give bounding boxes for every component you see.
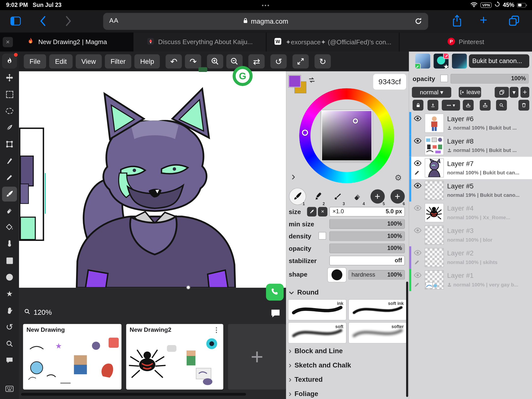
section-sketch-and-chalk[interactable]: ›Sketch and Chalk [289, 361, 351, 369]
smudge-tool-button[interactable] [2, 236, 17, 251]
size-brush-toggle[interactable] [307, 207, 317, 216]
address-bar[interactable]: AA magma.com [103, 13, 428, 30]
visibility-eye-icon[interactable] [413, 250, 422, 257]
project-card[interactable]: New Drawing ★ [23, 324, 121, 390]
round-section-header[interactable]: Round [289, 288, 319, 296]
tab-exorspace[interactable]: W ✦exorspace✦ (@OfficialFed)'s con... [266, 33, 399, 51]
visibility-eye-icon[interactable] [413, 138, 422, 145]
fullscreen-button[interactable] [293, 54, 309, 68]
quill-select-button[interactable] [2, 120, 17, 135]
zoom-indicator[interactable]: 120% [24, 308, 52, 316]
hue-cursor[interactable] [302, 130, 308, 136]
color-wheel[interactable] [299, 88, 394, 183]
layer-row[interactable]: Layer #8 normal 100% | Bukit but ... [409, 134, 532, 157]
new-tab-button[interactable]: + [480, 13, 487, 27]
pencil-tool-button[interactable] [2, 170, 17, 185]
opacity-slider[interactable]: 100% [330, 244, 405, 253]
hex-color-input[interactable]: 9343cf [373, 74, 406, 89]
eraser-slot-4[interactable]: 4 [348, 187, 366, 206]
magma-logo[interactable] [2, 54, 17, 69]
section-block-and-line[interactable]: ›Block and Line [289, 347, 343, 355]
knife-tool-button[interactable] [2, 153, 17, 168]
reload-button[interactable] [414, 17, 423, 27]
horizontal-scrollbar[interactable] [21, 393, 246, 396]
tab-kaiju[interactable]: Discuss Everything About Kaiju... [133, 33, 266, 51]
collapse-panel-chevron[interactable]: › [291, 170, 295, 182]
layer-row[interactable]: Layer #4 normal 100% | Xx_Rome... [409, 201, 532, 224]
swap-colors-icon[interactable] [308, 76, 316, 86]
leave-button[interactable]: leave [459, 87, 481, 98]
visibility-eye-icon[interactable] [413, 183, 422, 190]
layer-row[interactable]: Layer #2 normal 100% | skihts [409, 246, 532, 269]
help-menu-button[interactable]: Help [134, 54, 160, 68]
layer-opacity-slider[interactable]: 100% [450, 74, 529, 83]
active-layer-name[interactable]: Bukit but canon... [469, 54, 529, 68]
edit-menu-button[interactable]: Edit [49, 54, 72, 68]
layer-row[interactable]: Layer #3 normal 100% | blor [409, 224, 532, 246]
density-swatch[interactable] [319, 232, 326, 239]
transform-tool-button[interactable] [2, 137, 17, 152]
file-menu-button[interactable]: File [24, 54, 46, 68]
visibility-eye-icon[interactable] [413, 227, 422, 235]
project-menu-icon[interactable]: ⋮ [213, 326, 220, 334]
project-card-active[interactable]: New Drawing2 ⋮ [126, 324, 223, 390]
forward-button[interactable] [65, 16, 72, 28]
shape-preview[interactable] [327, 267, 346, 283]
color-settings-gear-icon[interactable]: ⚙ [395, 173, 402, 183]
new-project-button[interactable]: + [228, 324, 286, 390]
vertical-scrollbar[interactable] [406, 282, 408, 397]
add-brush-slot-5[interactable]: +5 [368, 187, 386, 206]
undo-button[interactable]: ↶ [166, 54, 182, 68]
rotate-canvas-button[interactable]: ↺ [2, 320, 17, 335]
layer-row[interactable]: Layer #6 normal 100% | Bukit but ... [409, 112, 532, 134]
duplicate-options-caret[interactable]: ▾ [510, 87, 518, 98]
sv-cursor[interactable] [353, 118, 358, 124]
eraser-tool-button[interactable] [2, 203, 17, 218]
import-layer-button[interactable] [463, 100, 474, 111]
square-shape-button[interactable] [2, 253, 17, 268]
delete-layer-button[interactable] [518, 100, 529, 111]
sidebar-toggle-button[interactable] [10, 16, 21, 27]
active-layer-thumbnail[interactable] [452, 54, 467, 69]
preset-soft-ink[interactable]: soft ink [349, 299, 407, 320]
lock-layer-button[interactable] [413, 100, 423, 111]
tabs-overview-icon[interactable] [508, 15, 520, 28]
circle-shape-button[interactable] [2, 270, 17, 285]
zoom-in-button[interactable] [207, 54, 223, 68]
layer-row[interactable]: Layer #1 normal 100% | very gay b... [409, 269, 532, 291]
canvas-top-handle[interactable] [199, 67, 207, 72]
export-layer-button[interactable] [480, 100, 491, 111]
chat-bubble-button[interactable] [270, 309, 281, 320]
section-textured[interactable]: ›Textured [289, 375, 323, 383]
preset-soft[interactable]: soft [288, 322, 347, 343]
density-slider[interactable]: 100% [330, 231, 405, 241]
merge-down-button[interactable] [428, 100, 438, 111]
hand-tool-button[interactable] [2, 303, 17, 318]
brush-tool-button[interactable] [2, 187, 17, 202]
section-foliage[interactable]: ›Foliage [289, 389, 318, 398]
visibility-eye-icon[interactable] [413, 205, 422, 212]
primary-color-swatch[interactable] [289, 75, 300, 87]
voice-call-button[interactable] [266, 284, 284, 301]
collaborator-avatar[interactable] [415, 54, 430, 69]
brush-slot-3[interactable]: 3 [328, 187, 347, 206]
keyboard-shortcuts-button[interactable] [2, 381, 17, 396]
collaborator-avatar[interactable]: ★ [434, 54, 449, 69]
filter-menu-button[interactable]: Filter [105, 54, 131, 68]
refresh-button[interactable]: ↻ [315, 54, 331, 68]
saturation-value-square[interactable] [321, 110, 372, 161]
visibility-eye-icon[interactable] [413, 115, 422, 123]
close-tab-icon[interactable]: × [3, 37, 13, 47]
stabilizer-slider[interactable]: off [330, 256, 405, 266]
canvas-bottom-handle[interactable] [186, 285, 190, 290]
lasso-select-button[interactable] [2, 103, 17, 118]
blend-mode-dropdown[interactable]: normal▾ [412, 87, 451, 98]
view-menu-button[interactable]: View [76, 54, 102, 68]
duplicate-layer-button[interactable] [495, 87, 509, 98]
marquee-select-button[interactable] [2, 87, 17, 102]
comments-tool-button[interactable] [2, 353, 17, 368]
star-shape-button[interactable]: ★ [2, 286, 17, 301]
min-size-slider[interactable]: 100% [330, 219, 405, 229]
share-icon[interactable] [452, 14, 462, 29]
brush-slot-1[interactable]: 1 [288, 187, 306, 206]
